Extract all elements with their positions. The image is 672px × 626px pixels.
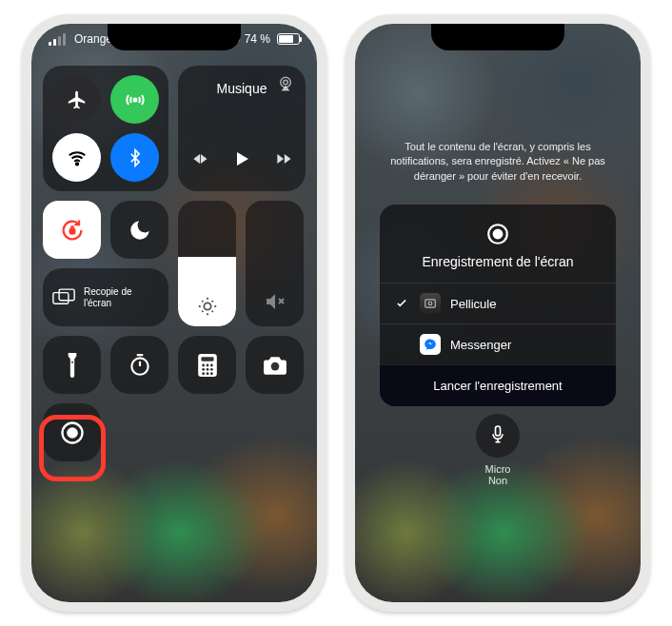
svg-point-26 <box>494 230 503 239</box>
check-icon <box>395 297 410 310</box>
cellular-toggle[interactable] <box>110 75 159 124</box>
svg-rect-5 <box>69 228 74 233</box>
wifi-icon <box>67 147 88 168</box>
record-icon <box>485 222 510 246</box>
svg-point-19 <box>202 372 205 375</box>
mirror-label: Recopie de l'écran <box>84 286 159 309</box>
airplane-toggle[interactable] <box>52 75 101 124</box>
airplane-icon <box>67 89 88 110</box>
svg-rect-6 <box>53 292 69 303</box>
phone-right: Tout le contenu de l'écran, y compris le… <box>346 14 650 612</box>
music-tile[interactable]: Musique <box>178 66 306 191</box>
phone-left: Orange F 4G 74 % <box>22 14 326 612</box>
calculator-button[interactable] <box>178 336 236 394</box>
mirror-icon <box>52 287 76 308</box>
svg-rect-29 <box>496 426 501 436</box>
svg-point-8 <box>204 303 210 309</box>
bluetooth-toggle[interactable] <box>110 133 159 182</box>
airplay-icon[interactable] <box>277 75 294 92</box>
mic-icon <box>488 424 507 447</box>
sheet-title: Enregistrement de l'écran <box>380 254 616 269</box>
timer-icon <box>128 353 152 378</box>
dnd-toggle[interactable] <box>110 201 168 259</box>
record-warning: Tout le contenu de l'écran, y compris le… <box>384 140 612 184</box>
svg-rect-27 <box>425 300 436 307</box>
notch <box>108 24 241 50</box>
svg-point-14 <box>206 363 208 366</box>
messenger-app-icon <box>420 334 441 355</box>
flashlight-button[interactable] <box>43 336 101 394</box>
timer-button[interactable] <box>110 336 168 394</box>
svg-point-13 <box>202 363 205 366</box>
cellular-icon <box>124 88 147 111</box>
svg-point-16 <box>202 367 205 370</box>
orientation-lock-toggle[interactable] <box>43 201 101 259</box>
svg-point-22 <box>270 362 279 370</box>
svg-point-21 <box>209 372 212 375</box>
mic-label: Micro <box>485 463 511 475</box>
connectivity-tile[interactable] <box>43 66 168 191</box>
control-center-screen: Orange F 4G 74 % <box>31 24 317 602</box>
svg-point-9 <box>70 361 72 362</box>
mic-toggle[interactable]: Micro Non <box>355 414 641 486</box>
flashlight-icon <box>66 353 79 378</box>
next-button[interactable] <box>274 149 293 168</box>
svg-point-17 <box>206 367 208 370</box>
svg-point-20 <box>206 372 208 375</box>
svg-point-15 <box>209 363 212 366</box>
battery-percent: 74 % <box>245 32 270 46</box>
svg-point-18 <box>209 367 212 370</box>
screen-mirror-button[interactable]: Recopie de l'écran <box>43 268 168 326</box>
option-pellicule[interactable]: Pellicule <box>380 283 616 323</box>
camera-button[interactable] <box>246 336 304 394</box>
bluetooth-icon <box>126 148 145 167</box>
svg-point-28 <box>428 302 432 305</box>
play-button[interactable] <box>230 147 253 170</box>
svg-point-2 <box>75 163 77 165</box>
photos-app-icon <box>420 293 441 314</box>
start-record-button[interactable]: Lancer l'enregistrement <box>380 364 616 406</box>
moon-icon <box>128 218 152 243</box>
svg-rect-7 <box>59 289 74 301</box>
calculator-icon <box>198 354 217 377</box>
prev-button[interactable] <box>190 149 209 168</box>
signal-icon <box>49 33 66 46</box>
option-label: Pellicule <box>450 297 496 311</box>
music-title: Musique <box>217 81 267 96</box>
highlight-record <box>39 415 106 481</box>
start-label: Lancer l'enregistrement <box>433 379 562 393</box>
record-sheet-screen: Tout le contenu de l'écran, y compris le… <box>355 24 641 602</box>
option-messenger[interactable]: Messenger <box>380 323 616 364</box>
brightness-slider[interactable] <box>178 201 236 326</box>
svg-point-4 <box>284 80 288 85</box>
battery-icon <box>277 33 300 45</box>
notch <box>431 24 564 50</box>
option-label: Messenger <box>450 338 511 352</box>
volume-slider[interactable] <box>246 201 304 326</box>
mic-state: Non <box>488 475 507 486</box>
record-sheet: Enregistrement de l'écran Pellicule Mess… <box>380 205 616 406</box>
svg-rect-12 <box>201 357 213 361</box>
svg-point-1 <box>133 98 136 101</box>
camera-icon <box>263 355 287 376</box>
orientation-lock-icon <box>59 217 86 244</box>
wifi-toggle[interactable] <box>52 133 101 182</box>
sun-icon <box>197 296 218 317</box>
mute-icon <box>264 290 287 313</box>
